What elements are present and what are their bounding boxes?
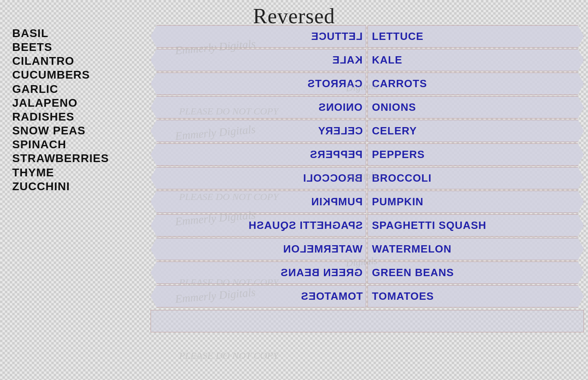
- banner-row-9: WATERMELONWATERMELON: [151, 238, 584, 260]
- banner-left-6: BROCCOLI: [151, 167, 366, 189]
- banner-right-7: PUMPKIN: [367, 191, 584, 213]
- banner-left-text-8: SPAGHETTI SQUASH: [248, 219, 363, 232]
- banner-right-text-1: KALE: [372, 54, 402, 66]
- banner-row-6: BROCCOLIBROCCOLI: [151, 167, 584, 189]
- left-label-7: SNOW PEAS: [12, 124, 109, 138]
- banner-right-11: TOMATOES: [367, 285, 584, 308]
- banner-row-5: PEPPERSPEPPERS: [151, 143, 584, 166]
- banner-right-text-2: CARROTS: [372, 77, 427, 90]
- left-label-1: BEETS: [12, 40, 109, 54]
- banner-right-text-0: LETTUCE: [372, 30, 424, 43]
- banner-right-text-9: WATERMELON: [372, 243, 452, 255]
- banner-right-text-3: ONIONS: [372, 101, 416, 114]
- banner-right-text-7: PUMPKIN: [372, 195, 424, 208]
- page: Reversed BASILBEETSCILANTROCUCUMBERSGARL…: [0, 0, 588, 380]
- banner-right-8: SPAGHETTI SQUASH: [367, 214, 584, 237]
- banner-left-text-6: BROCCOLI: [303, 172, 363, 185]
- banner-right-text-11: TOMATOES: [372, 290, 434, 303]
- banner-left-11: TOMATOES: [151, 285, 366, 308]
- watermark-pc4: PLEASE DO NOT COPY: [179, 350, 278, 361]
- page-title: Reversed: [0, 0, 588, 28]
- banner-right-4: CELERY: [367, 120, 584, 142]
- banner-row-10: GREEN BEANSGREEN BEANS: [151, 261, 584, 284]
- banner-left-text-7: PUMPKIN: [311, 195, 363, 208]
- banner-right-1: KALE: [367, 49, 584, 71]
- banner-row-3: ONIONSONIONS: [151, 96, 584, 119]
- banner-right-6: BROCCOLI: [367, 167, 584, 189]
- banner-right-5: PEPPERS: [367, 143, 584, 166]
- banner-right-10: GREEN BEANS: [367, 261, 584, 284]
- banner-left-0: LETTUCE: [151, 25, 366, 48]
- banner-row-7: PUMPKINPUMPKIN: [151, 191, 584, 213]
- banner-right-text-4: CELERY: [372, 125, 417, 137]
- banner-left-text-3: ONIONS: [318, 101, 363, 114]
- banner-right-text-5: PEPPERS: [372, 148, 425, 161]
- left-label-9: STRAWBERRIES: [12, 152, 109, 165]
- banner-left-1: KALE: [151, 49, 366, 71]
- left-label-5: JALAPENO: [12, 96, 109, 110]
- banner-left-2: CARROTS: [151, 72, 366, 95]
- left-label-10: THYME: [12, 166, 109, 180]
- banner-row-0: LETTUCELETTUCE: [151, 25, 584, 48]
- banner-left-7: PUMPKIN: [151, 191, 366, 213]
- left-label-2: CILANTRO: [12, 54, 109, 68]
- left-label-4: GARLIC: [12, 82, 109, 96]
- banner-right-text-8: SPAGHETTI SQUASH: [372, 219, 486, 232]
- banner-left-9: WATERMELON: [151, 238, 366, 260]
- banner-left-text-10: GREEN BEANS: [280, 266, 363, 279]
- banner-left-10: GREEN BEANS: [151, 261, 366, 284]
- left-label-8: SPINACH: [12, 138, 109, 152]
- banner-left-3: ONIONS: [151, 96, 366, 119]
- banner-left-text-9: WATERMELON: [283, 243, 363, 255]
- left-label-6: RADISHES: [12, 110, 109, 124]
- banner-left-8: SPAGHETTI SQUASH: [151, 214, 366, 237]
- banner-right-0: LETTUCE: [367, 25, 584, 48]
- banner-row-2: CARROTSCARROTS: [151, 72, 584, 95]
- banner-left-text-5: PEPPERS: [310, 148, 363, 161]
- banner-row-11: TOMATOESTOMATOES: [151, 285, 584, 308]
- banner-left-text-2: CARROTS: [307, 77, 363, 90]
- left-label-0: BASIL: [12, 26, 109, 40]
- left-label-11: ZUCCHINI: [12, 180, 109, 193]
- banner-row-extra: [151, 310, 584, 332]
- banner-right-3: ONIONS: [367, 96, 584, 119]
- left-label-3: CUCUMBERS: [12, 68, 109, 82]
- banner-row-1: KALEKALE: [151, 49, 584, 71]
- banner-row-4: CELERYCELERY: [151, 120, 584, 142]
- banner-left-5: PEPPERS: [151, 143, 366, 166]
- banner-left-text-1: KALE: [332, 54, 363, 66]
- banner-left-text-0: LETTUCE: [311, 30, 363, 43]
- banner-left-text-4: CELERY: [318, 125, 363, 137]
- banner-right-text-6: BROCCOLI: [372, 172, 432, 185]
- banner-right-9: WATERMELON: [367, 238, 584, 260]
- banner-left-4: CELERY: [151, 120, 366, 142]
- banner-left-text-11: TOMATOES: [301, 290, 363, 303]
- banners-area: LETTUCELETTUCEKALEKALECARROTSCARROTSONIO…: [151, 25, 584, 332]
- banner-right-text-10: GREEN BEANS: [372, 266, 454, 279]
- banner-row-8: SPAGHETTI SQUASHSPAGHETTI SQUASH: [151, 214, 584, 237]
- left-labels-list: BASILBEETSCILANTROCUCUMBERSGARLICJALAPEN…: [12, 26, 109, 193]
- banner-right-2: CARROTS: [367, 72, 584, 95]
